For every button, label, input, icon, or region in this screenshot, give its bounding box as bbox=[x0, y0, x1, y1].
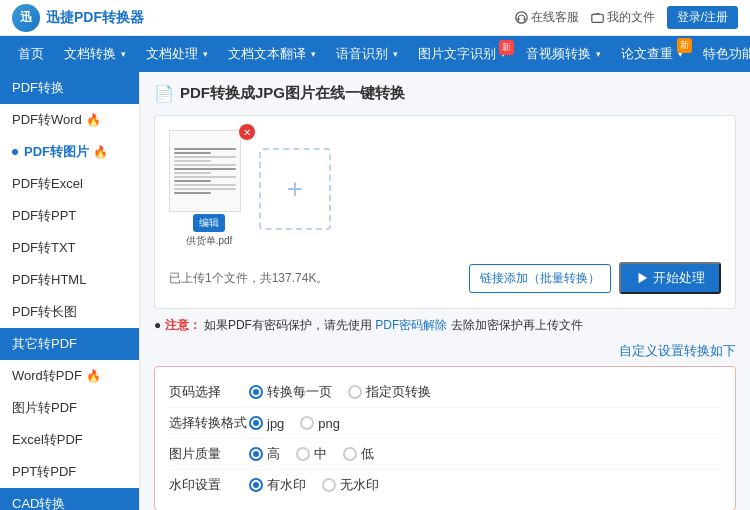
sidebar-item-pdf-ppt[interactable]: PDF转PPT bbox=[0, 200, 139, 232]
start-button[interactable]: 开始处理 bbox=[619, 262, 721, 294]
nav-ocr[interactable]: 图片文字识别▾新 bbox=[408, 36, 516, 72]
sidebar-item-ppt-pdf[interactable]: PPT转PDF bbox=[0, 456, 139, 488]
my-files[interactable]: 我的文件 bbox=[591, 9, 655, 26]
add-more-button[interactable]: + bbox=[259, 148, 331, 230]
radio-circle-high bbox=[249, 447, 263, 461]
logo: 迅 迅捷PDF转换器 bbox=[12, 4, 144, 32]
file-preview bbox=[169, 130, 241, 212]
close-file-button[interactable]: ✕ bbox=[239, 124, 255, 140]
nav-home[interactable]: 首页 bbox=[8, 36, 54, 72]
upload-actions: 链接添加（批量转换） 开始处理 bbox=[469, 262, 721, 294]
radio-circle-mid bbox=[296, 447, 310, 461]
sidebar-item-pdf-longimg[interactable]: PDF转长图 bbox=[0, 296, 139, 328]
active-dot bbox=[12, 149, 18, 155]
radio-group-format: jpg png bbox=[249, 416, 721, 431]
logo-icon: 迅 bbox=[12, 4, 40, 32]
settings-label-format: 选择转换格式 bbox=[169, 414, 249, 432]
login-register-button[interactable]: 登录/注册 bbox=[667, 6, 738, 29]
svg-point-0 bbox=[515, 12, 526, 23]
sidebar-item-img-pdf[interactable]: 图片转PDF bbox=[0, 392, 139, 424]
edit-button[interactable]: 编辑 bbox=[193, 214, 225, 232]
nav-doc-process[interactable]: 文档处理▾ bbox=[136, 36, 218, 72]
sidebar-item-word-pdf[interactable]: Word转PDF 🔥 bbox=[0, 360, 139, 392]
radio-group-quality: 高 中 低 bbox=[249, 445, 721, 463]
settings-row-page: 页码选择 转换每一页 指定页转换 bbox=[169, 377, 721, 408]
settings-box: 页码选择 转换每一页 指定页转换 选择转换格式 bbox=[154, 366, 736, 510]
nav-bar: 首页 文档转换▾ 文档处理▾ 文档文本翻译▾ 语音识别▾ 图片文字识别▾新 音视… bbox=[0, 36, 750, 72]
radio-convert-all[interactable]: 转换每一页 bbox=[249, 383, 332, 401]
sidebar-item-pdf-html[interactable]: PDF转HTML bbox=[0, 264, 139, 296]
nav-speech[interactable]: 语音识别▾ bbox=[326, 36, 408, 72]
radio-mid[interactable]: 中 bbox=[296, 445, 327, 463]
pdf-decrypt-link[interactable]: PDF密码解除 bbox=[375, 318, 447, 332]
fire-icon: 🔥 bbox=[86, 113, 101, 127]
settings-row-format: 选择转换格式 jpg png bbox=[169, 408, 721, 439]
svg-rect-3 bbox=[591, 14, 602, 22]
page-title-row: 📄 PDF转换成JPG图片在线一键转换 bbox=[154, 84, 736, 103]
svg-rect-2 bbox=[523, 18, 525, 21]
radio-group-watermark: 有水印 无水印 bbox=[249, 476, 721, 494]
play-icon bbox=[635, 271, 649, 285]
nav-doc-translate[interactable]: 文档文本翻译▾ bbox=[218, 36, 326, 72]
main-layout: PDF转换 PDF转Word 🔥 PDF转图片 🔥 PDF转Excel PDF转… bbox=[0, 72, 750, 510]
page-title-icon: 📄 bbox=[154, 84, 174, 103]
radio-circle-jpg bbox=[249, 416, 263, 430]
radio-low[interactable]: 低 bbox=[343, 445, 374, 463]
settings-row-quality: 图片质量 高 中 低 bbox=[169, 439, 721, 470]
radio-circle-with-watermark bbox=[249, 478, 263, 492]
fire-icon-3: 🔥 bbox=[86, 369, 101, 383]
folder-icon bbox=[591, 11, 604, 24]
file-thumbnail: ✕ bbox=[169, 130, 249, 248]
radio-specify-page[interactable]: 指定页转换 bbox=[348, 383, 431, 401]
link-add-button[interactable]: 链接添加（批量转换） bbox=[469, 264, 611, 293]
top-bar-right: 在线客服 我的文件 登录/注册 bbox=[515, 6, 738, 29]
radio-group-page: 转换每一页 指定页转换 bbox=[249, 383, 721, 401]
logo-text: 迅捷PDF转换器 bbox=[46, 9, 144, 27]
sidebar-section-pdf-convert: PDF转换 bbox=[0, 72, 139, 104]
nav-paper[interactable]: 论文查重▾新 bbox=[611, 36, 693, 72]
radio-png[interactable]: png bbox=[300, 416, 340, 431]
pdf-preview-lines bbox=[170, 144, 240, 198]
note-row: ● 注意： 如果PDF有密码保护，请先使用 PDF密码解除 去除加密保护再上传文… bbox=[154, 317, 736, 334]
radio-circle-no-watermark bbox=[322, 478, 336, 492]
svg-marker-4 bbox=[639, 273, 648, 284]
online-service[interactable]: 在线客服 bbox=[515, 9, 579, 26]
sidebar-item-pdf-image[interactable]: PDF转图片 🔥 bbox=[0, 136, 139, 168]
file-name-label: 供货单.pdf bbox=[169, 234, 249, 248]
settings-label-quality: 图片质量 bbox=[169, 445, 249, 463]
sidebar-item-pdf-word[interactable]: PDF转Word 🔥 bbox=[0, 104, 139, 136]
settings-title: 自定义设置转换如下 bbox=[154, 342, 736, 360]
radio-circle-png bbox=[300, 416, 314, 430]
sidebar: PDF转换 PDF转Word 🔥 PDF转图片 🔥 PDF转Excel PDF转… bbox=[0, 72, 140, 510]
fire-icon-2: 🔥 bbox=[93, 145, 108, 159]
note-label: 注意： bbox=[165, 318, 201, 332]
sidebar-item-excel-pdf[interactable]: Excel转PDF bbox=[0, 424, 139, 456]
headset-icon bbox=[515, 11, 528, 24]
files-row: ✕ bbox=[169, 130, 331, 248]
radio-with-watermark[interactable]: 有水印 bbox=[249, 476, 306, 494]
content-area: 📄 PDF转换成JPG图片在线一键转换 ✕ bbox=[140, 72, 750, 510]
nav-media[interactable]: 音视频转换▾ bbox=[516, 36, 611, 72]
sidebar-item-pdf-excel[interactable]: PDF转Excel bbox=[0, 168, 139, 200]
sidebar-section-cad: CAD转换 bbox=[0, 488, 139, 510]
sidebar-section-to-pdf: 其它转PDF bbox=[0, 328, 139, 360]
radio-no-watermark[interactable]: 无水印 bbox=[322, 476, 379, 494]
settings-label-page: 页码选择 bbox=[169, 383, 249, 401]
radio-circle-specify bbox=[348, 385, 362, 399]
nav-special[interactable]: 特色功能▾ bbox=[693, 36, 750, 72]
radio-circle-low bbox=[343, 447, 357, 461]
radio-high[interactable]: 高 bbox=[249, 445, 280, 463]
settings-row-watermark: 水印设置 有水印 无水印 bbox=[169, 470, 721, 500]
upload-info-row: 已上传1个文件，共137.74K。 链接添加（批量转换） 开始处理 bbox=[169, 262, 721, 294]
radio-jpg[interactable]: jpg bbox=[249, 416, 284, 431]
top-bar: 迅 迅捷PDF转换器 在线客服 我的文件 登录/注册 bbox=[0, 0, 750, 36]
upload-area: ✕ bbox=[154, 115, 736, 309]
nav-doc-convert[interactable]: 文档转换▾ bbox=[54, 36, 136, 72]
radio-circle-all bbox=[249, 385, 263, 399]
page-title: PDF转换成JPG图片在线一键转换 bbox=[180, 84, 405, 103]
svg-rect-1 bbox=[517, 18, 519, 21]
settings-label-watermark: 水印设置 bbox=[169, 476, 249, 494]
sidebar-item-pdf-txt[interactable]: PDF转TXT bbox=[0, 232, 139, 264]
upload-info-text: 已上传1个文件，共137.74K。 bbox=[169, 270, 328, 287]
